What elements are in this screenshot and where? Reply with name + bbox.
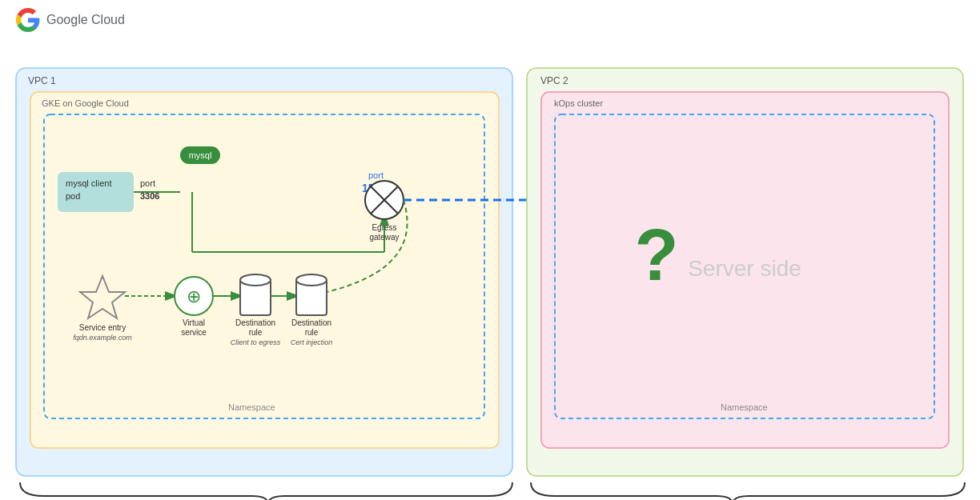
- svg-point-17: [175, 277, 213, 315]
- svg-text:mysql: mysql: [189, 150, 212, 160]
- svg-text:kOps cluster: kOps cluster: [554, 98, 603, 108]
- svg-text:Destination: Destination: [291, 318, 331, 327]
- svg-rect-6: [58, 172, 134, 212]
- svg-point-23: [240, 274, 271, 286]
- svg-rect-47: [541, 92, 949, 448]
- svg-text:rule: rule: [249, 328, 263, 337]
- svg-text:VPC 2: VPC 2: [540, 75, 568, 86]
- svg-text:Egress: Egress: [372, 223, 396, 232]
- diagram-wrapper: VPC 1 GKE on Google Cloud Namespace mysq…: [0, 40, 980, 500]
- svg-text:pod: pod: [66, 191, 80, 201]
- header: Google Cloud: [0, 0, 980, 40]
- svg-text:?: ?: [635, 215, 679, 295]
- svg-text:VPC 1: VPC 1: [28, 75, 56, 86]
- svg-rect-2: [30, 92, 499, 448]
- main-diagram-svg: VPC 1 GKE on Google Cloud Namespace mysq…: [0, 40, 980, 500]
- svg-text:3306: 3306: [140, 191, 159, 201]
- svg-rect-44: [527, 194, 536, 204]
- svg-text:Service entry: Service entry: [79, 323, 126, 332]
- google-cloud-icon: [16, 8, 40, 32]
- svg-text:gateway: gateway: [369, 233, 399, 242]
- svg-line-39: [371, 186, 398, 214]
- svg-text:Server side: Server side: [688, 256, 801, 281]
- logo: Google Cloud: [16, 8, 125, 32]
- svg-text:GKE on Google Cloud: GKE on Google Cloud: [42, 98, 129, 108]
- svg-text:port: port: [140, 178, 155, 188]
- svg-text:15443: 15443: [362, 182, 393, 194]
- svg-text:Cert injection: Cert injection: [291, 338, 333, 346]
- svg-text:Namespace: Namespace: [228, 402, 275, 412]
- svg-text:Destination: Destination: [235, 318, 275, 327]
- svg-text:rule: rule: [305, 328, 319, 337]
- svg-point-38: [365, 181, 404, 219]
- svg-point-29: [296, 274, 327, 286]
- svg-text:⊕: ⊕: [187, 286, 201, 306]
- svg-text:mysql client: mysql client: [66, 178, 111, 188]
- svg-rect-0: [16, 68, 512, 476]
- svg-text:fqdn.example.com: fqdn.example.com: [73, 334, 132, 342]
- svg-rect-22: [240, 280, 271, 315]
- svg-text:Client to egress: Client to egress: [231, 338, 281, 346]
- svg-text:service: service: [181, 328, 207, 337]
- svg-text:Namespace: Namespace: [721, 402, 768, 412]
- svg-rect-11: [180, 146, 220, 164]
- svg-marker-13: [80, 276, 125, 318]
- svg-rect-28: [296, 280, 327, 315]
- svg-text:Virtual: Virtual: [183, 318, 205, 327]
- svg-text:port: port: [368, 170, 384, 180]
- svg-line-40: [371, 186, 398, 214]
- svg-rect-45: [527, 68, 963, 476]
- svg-rect-49: [555, 114, 934, 418]
- svg-rect-4: [44, 114, 484, 418]
- logo-text: Google Cloud: [46, 13, 125, 27]
